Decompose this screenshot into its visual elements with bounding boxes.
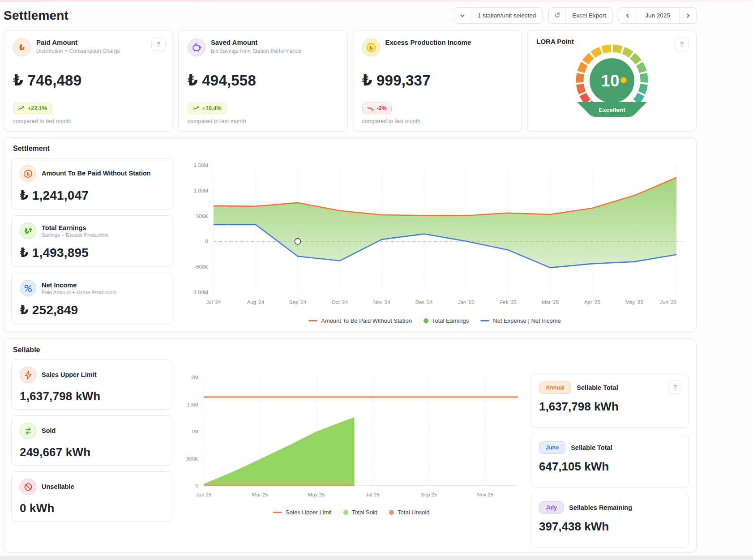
stat-card-unsellable: Unsellable 0 kWh	[11, 471, 172, 522]
compare-text: compared to last month	[362, 118, 513, 124]
legend-item[interactable]: Total Sold	[343, 509, 377, 516]
legend-item[interactable]: Total Unsold	[389, 509, 430, 516]
help-button[interactable]: ?	[151, 38, 166, 51]
chevron-left-icon[interactable]	[619, 8, 636, 23]
legend-dot-swatch	[424, 318, 428, 323]
lora-gauge: 10Excellent	[568, 42, 656, 129]
excel-export-button[interactable]: Excel Export	[566, 8, 612, 23]
legend-dot-swatch	[389, 510, 394, 515]
footer-strip	[0, 556, 753, 560]
help-button[interactable]: ?	[675, 38, 689, 51]
trend-badge-label: +22.1%	[28, 105, 47, 111]
stat-value: ₺ 252,849	[20, 303, 165, 317]
svg-text:Mar 25: Mar 25	[252, 492, 268, 497]
summary-title: Sellable Total	[577, 384, 618, 391]
stat-subtitle: Savings + Excess Production	[42, 232, 108, 238]
refresh-icon[interactable]: ↺	[549, 8, 566, 23]
stat-card-sold: Sold 249,667 kWh	[11, 415, 172, 466]
stat-value: ₺ 1,493,895	[20, 245, 165, 260]
compare-text: compared to last month	[13, 118, 164, 124]
chevron-right-icon[interactable]	[679, 8, 696, 23]
stat-title: Sales Upper Limit	[42, 371, 96, 379]
page-title: Settlement	[4, 9, 68, 23]
legend-item[interactable]: Net Expense | Net Income	[480, 317, 561, 324]
legend-label: Total Sold	[352, 509, 377, 516]
svg-text:May '25: May '25	[625, 299, 643, 305]
trend-badge: -2%	[362, 103, 392, 114]
legend-item[interactable]: Amount To Be Paid Without Station	[308, 317, 412, 324]
kpi-card-excess-production-income: ₺ Excess Production Income ₺ 999,337 -2%…	[353, 30, 522, 132]
kpi-title: Excess Production Income	[385, 38, 471, 47]
station-selector[interactable]: 1 station/unit selected	[454, 7, 543, 24]
settlement-chart: 1.50M1.00M500K0-500K-1.00MJul '24Aug '24…	[184, 158, 685, 316]
svg-text:Apr '25: Apr '25	[584, 299, 600, 305]
lira-growth-icon: ₺	[20, 222, 36, 239]
kpi-value: ₺ 999,337	[362, 72, 513, 89]
summary-card-july-sellables-remaining: July Sellables Remaining 397,438 kWh	[531, 494, 689, 547]
svg-text:0: 0	[205, 239, 208, 244]
legend-dot-swatch	[343, 510, 348, 515]
svg-text:Mar '25: Mar '25	[542, 299, 559, 305]
page: Settlement 1 station/unit selected ↺ Exc…	[0, 2, 697, 552]
month-label[interactable]: Jun 2025	[636, 8, 679, 23]
legend-label: Amount To Be Paid Without Station	[321, 317, 412, 324]
help-button[interactable]: ?	[668, 380, 682, 394]
svg-text:Dec '24: Dec '24	[415, 299, 433, 305]
kpi-title: Paid Amount	[36, 38, 120, 47]
trend-badge: +10.4%	[188, 103, 227, 114]
stat-value: ₺ 1,241,047	[20, 188, 165, 203]
svg-text:2M: 2M	[191, 375, 198, 380]
svg-text:500K: 500K	[196, 214, 208, 219]
svg-text:10: 10	[601, 72, 619, 90]
legend-item[interactable]: Total Earnings	[424, 317, 469, 324]
svg-text:Jul 25: Jul 25	[366, 492, 380, 497]
svg-text:Excellent: Excellent	[599, 107, 625, 113]
summary-card-june-sellable-total: June Sellable Total 647,105 kWh	[531, 434, 689, 487]
summary-title: Sellables Remaining	[569, 504, 632, 511]
kpi-card-paid-amount: ₺ Paid Amount Distribution + Consumption…	[4, 30, 173, 132]
legend-label: Total Earnings	[432, 317, 469, 324]
chevron-down-icon[interactable]	[454, 8, 471, 23]
stat-card-total-earnings: ₺ Total Earnings Savings + Excess Produc…	[11, 215, 173, 267]
excel-export-group: ↺ Excel Export	[548, 7, 613, 24]
legend-label: Total Unsold	[398, 509, 430, 516]
kpi-value: ₺ 494,558	[188, 72, 338, 89]
svg-text:Sep 25: Sep 25	[421, 492, 437, 497]
svg-text:Jan '25: Jan '25	[458, 299, 475, 305]
stat-title: Total Earnings	[42, 224, 108, 232]
month-navigator: Jun 2025	[619, 7, 697, 24]
svg-text:-500K: -500K	[194, 264, 208, 269]
station-selector-label[interactable]: 1 station/unit selected	[471, 8, 543, 23]
svg-text:1.00M: 1.00M	[194, 188, 208, 193]
stat-subtitle: Paid Amount + Gross Production	[42, 290, 116, 295]
transfer-arrows-icon	[20, 423, 36, 439]
legend-item[interactable]: Sales Upper Limit	[273, 509, 332, 516]
legend-label: Net Expense | Net Income	[493, 317, 561, 324]
svg-text:500K: 500K	[186, 456, 198, 462]
svg-text:Nov 25: Nov 25	[477, 492, 493, 497]
period-badge: June	[539, 441, 565, 454]
stat-title: Unsellable	[42, 483, 74, 491]
svg-text:₺: ₺	[369, 45, 373, 51]
compare-text: compared to last month	[188, 118, 338, 124]
lora-point-card: LORA Point ? 10Excellent	[527, 30, 697, 132]
stat-value: 1,637,798 kWh	[20, 389, 164, 403]
header-controls: 1 station/unit selected ↺ Excel Export J…	[454, 7, 697, 24]
stat-card-amount-to-be-paid: ₺ Amount To Be Paid Without Station ₺ 1,…	[11, 158, 173, 209]
kpi-card-saved-amount: Saved Amount Bill Savings from Station P…	[178, 30, 348, 132]
percent-rings-icon	[20, 280, 36, 296]
summary-card-annual-sellable-total: Annual Sellable Total ? 1,637,798 kWh	[531, 374, 689, 427]
sellable-panel: Sellable Sales Upper Limit 1,637,798 kWh	[4, 338, 697, 552]
trend-down-icon	[367, 106, 374, 111]
lira-exchange-icon: ₺	[20, 165, 36, 182]
limit-bolt-icon	[20, 367, 36, 383]
svg-text:Sep '24: Sep '24	[289, 299, 307, 305]
svg-text:Jul '24: Jul '24	[206, 299, 221, 305]
stat-card-sales-upper-limit: Sales Upper Limit 1,637,798 kWh	[11, 359, 172, 410]
trend-badge-label: +10.4%	[202, 105, 222, 111]
settlement-chart-legend: Amount To Be Paid Without Station Total …	[308, 317, 561, 324]
lira-banknote-icon: ₺	[13, 38, 31, 56]
svg-text:Jun '25: Jun '25	[660, 299, 676, 305]
kpi-subtitle: Bill Savings from Station Performance	[211, 48, 301, 55]
coin-icon: ₺	[362, 38, 380, 56]
